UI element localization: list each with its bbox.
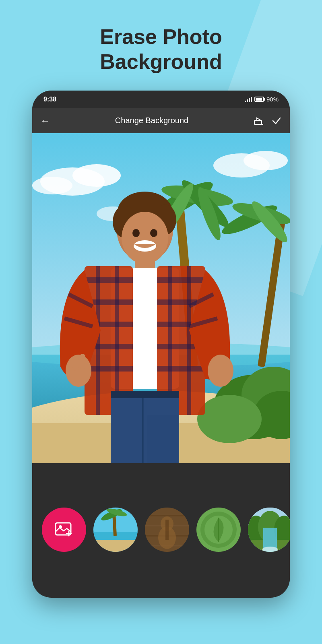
signal-icon bbox=[245, 97, 252, 102]
svg-rect-82 bbox=[165, 520, 169, 540]
svg-point-3 bbox=[72, 164, 121, 187]
back-button[interactable]: ← bbox=[40, 115, 50, 126]
add-background-button[interactable] bbox=[42, 508, 86, 552]
app-bar: ← Change Background bbox=[32, 108, 290, 133]
battery-icon bbox=[254, 97, 264, 102]
app-bar-title: Change Background bbox=[56, 116, 247, 125]
svg-point-6 bbox=[244, 151, 288, 170]
erase-icon[interactable] bbox=[254, 116, 264, 126]
status-time: 9:38 bbox=[43, 96, 56, 103]
svg-rect-64 bbox=[111, 391, 179, 398]
check-icon[interactable] bbox=[271, 116, 282, 126]
svg-point-4 bbox=[32, 177, 72, 194]
headline-line2: Background bbox=[100, 50, 222, 73]
status-icons: 90% bbox=[245, 96, 279, 103]
main-image bbox=[32, 133, 290, 463]
headline: Erase Photo Background bbox=[100, 24, 222, 74]
svg-point-57 bbox=[208, 355, 233, 387]
svg-point-33 bbox=[150, 229, 157, 237]
add-image-icon bbox=[54, 520, 74, 540]
battery-percent: 90% bbox=[266, 96, 279, 103]
svg-rect-58 bbox=[72, 357, 79, 371]
svg-point-25 bbox=[197, 395, 262, 443]
wood-background-thumb[interactable] bbox=[145, 508, 189, 552]
svg-rect-61 bbox=[111, 415, 143, 463]
nature-background-thumb[interactable] bbox=[248, 508, 290, 552]
bottom-toolbar bbox=[32, 463, 290, 596]
svg-rect-68 bbox=[68, 530, 70, 536]
app-bar-actions bbox=[254, 116, 282, 126]
beach-background-thumb[interactable] bbox=[93, 508, 138, 552]
phone-shell: 9:38 90% ← Change Background bbox=[32, 91, 290, 598]
scene-svg bbox=[32, 133, 290, 463]
svg-rect-0 bbox=[254, 120, 262, 124]
svg-rect-59 bbox=[80, 354, 85, 369]
headline-line1: Erase Photo bbox=[100, 25, 222, 48]
svg-rect-71 bbox=[93, 540, 138, 552]
svg-point-32 bbox=[132, 229, 140, 237]
svg-rect-62 bbox=[147, 415, 179, 463]
status-bar: 9:38 90% bbox=[32, 91, 290, 108]
green-background-thumb[interactable] bbox=[196, 508, 241, 552]
